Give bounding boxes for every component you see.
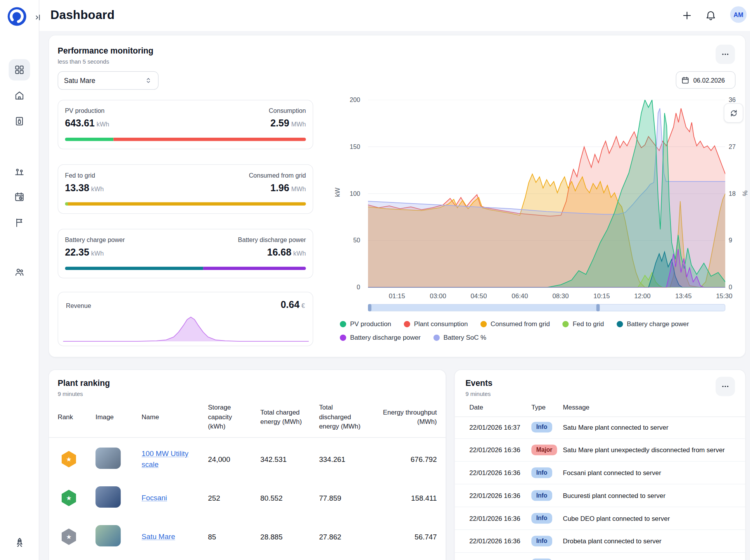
revenue-label: Revenue — [66, 302, 91, 309]
legend-label: Battery charge power — [627, 320, 689, 328]
notifications-button[interactable] — [703, 8, 718, 23]
event-message: Focsani plant connected to server — [563, 469, 736, 477]
app-logo[interactable] — [6, 5, 28, 28]
report-flag-icon — [14, 217, 25, 228]
performance-menu-button[interactable] — [715, 45, 735, 64]
sidebar-item-schedule[interactable] — [9, 186, 30, 207]
events-refresh-hint: 9 minutes — [465, 391, 493, 398]
scrollbar-selection[interactable] — [368, 304, 598, 311]
events-card: Events 9 minutes Date Type Message 22/01… — [454, 370, 745, 560]
plant-name-link[interactable]: 100 MW Utility scale — [142, 449, 199, 470]
add-button[interactable] — [680, 9, 694, 22]
legend-item[interactable]: Battery discharge power — [340, 334, 420, 341]
plant-ranking-refresh-hint: 9 minutes — [58, 391, 110, 398]
event-row: 22/01/2026 16:36 Info Cube DEO plant con… — [455, 507, 745, 530]
bar-segment — [65, 138, 114, 141]
bar-segment — [68, 202, 306, 206]
plant-ranking-header-row: Rank Image Name Storage capacity (kWh) T… — [49, 400, 446, 437]
plant-ranking-row: ★ Drobeta 202 26.477 24.535 51.012 — [49, 556, 446, 560]
plant-name-link[interactable]: Focsani — [142, 493, 167, 503]
event-type-badge: Info — [531, 422, 552, 433]
analytics-icon — [14, 166, 25, 177]
scrollbar-handle-left[interactable] — [368, 304, 372, 311]
rocket-icon — [14, 536, 25, 548]
sidebar-collapse-button[interactable] — [31, 11, 45, 24]
plant-ranking-row: ★ Focsani 252 80.552 77.859 158.411 — [49, 479, 446, 517]
bell-icon — [705, 10, 717, 21]
sidebar-item-home[interactable] — [9, 85, 30, 106]
users-icon — [14, 267, 25, 278]
stat-right-value: 16.68kWh — [267, 247, 306, 258]
y-axis-tick-left: 100 — [350, 190, 360, 197]
stat-right-label: Battery discharge power — [238, 236, 306, 244]
events-menu-button[interactable] — [715, 377, 735, 396]
top-header: Dashboard AM — [39, 0, 750, 31]
legend-dot-icon — [433, 335, 439, 341]
x-axis-tick: 03:00 — [430, 292, 446, 300]
sidebar-item-analytics[interactable] — [9, 161, 30, 182]
star-icon: ★ — [66, 495, 72, 501]
calendar-icon — [681, 76, 690, 84]
legend-item[interactable]: Fed to grid — [562, 320, 604, 328]
sidebar-item-users[interactable] — [9, 261, 30, 283]
x-axis-tick: 06:40 — [512, 292, 528, 300]
event-type-badge: Info — [531, 558, 552, 560]
refresh-icon — [729, 108, 738, 118]
total-discharged-value: 334.261 — [319, 455, 368, 463]
rank-badge-icon: ★ — [62, 490, 76, 506]
legend-label: Fed to grid — [573, 320, 604, 328]
stat-progress-bar — [65, 138, 306, 141]
stat-left-value: 643.61kWh — [65, 118, 109, 129]
y-axis-tick-left: 0 — [357, 283, 360, 291]
avatar[interactable]: AM — [730, 6, 747, 23]
y-axis-tick-right: 9 — [729, 237, 732, 244]
stat-left-value: 22.35kWh — [65, 247, 104, 258]
sidebar-item-reports[interactable] — [9, 212, 30, 233]
plant-ranking-card: Plant ranking 9 minutes Rank Image Name … — [48, 370, 446, 560]
x-axis-tick: 01:15 — [389, 292, 405, 300]
date-picker-button[interactable]: 06.02.2026 — [676, 71, 736, 89]
total-charged-value: 342.531 — [260, 455, 319, 463]
legend-dot-icon — [340, 335, 346, 341]
legend-item[interactable]: Battery charge power — [617, 320, 689, 328]
event-date: 22/01/2026 16:36 — [469, 446, 531, 454]
column-header-message: Message — [563, 404, 736, 411]
event-type-badge: Info — [531, 490, 552, 501]
home-icon — [14, 90, 25, 101]
plant-name-link[interactable]: Satu Mare — [142, 531, 175, 542]
chart-refresh-button[interactable] — [724, 103, 743, 123]
viewport: Dashboard AM Performance monitoring less… — [0, 0, 750, 560]
column-header-date: Date — [469, 404, 531, 411]
x-axis: 01:1503:0004:5006:4008:3010:1512:0013:45… — [368, 292, 725, 301]
x-axis-tick: 04:50 — [470, 292, 487, 300]
storage-capacity-value: 24,000 — [208, 455, 260, 463]
column-header-image: Image — [95, 412, 142, 422]
y-axis-tick-left: 50 — [353, 237, 360, 244]
event-message: Cube DEO plant connected to server — [563, 515, 736, 522]
revenue-sparkline — [63, 314, 309, 344]
stat-right-label: Consumption — [269, 107, 306, 114]
plant-ranking-row: ★ 100 MW Utility scale 24,000 342.531 33… — [49, 440, 446, 479]
energy-throughput-value: 56.747 — [368, 532, 437, 541]
column-header-name: Name — [142, 412, 208, 422]
chart-range-scrollbar[interactable] — [368, 304, 725, 311]
legend-item[interactable]: Plant consumption — [404, 320, 468, 328]
legend-label: PV production — [350, 320, 391, 328]
event-date: 22/01/2026 16:36 — [469, 515, 531, 522]
plant-photo — [95, 448, 121, 469]
energy-throughput-value: 676.792 — [368, 455, 437, 463]
sidebar-item-launch[interactable] — [9, 531, 30, 553]
event-row: 22/01/2026 16:36 Info Bucuresti plant co… — [455, 484, 745, 507]
plant-selector[interactable]: Satu Mare — [58, 71, 159, 90]
legend-item[interactable]: Battery SoC % — [433, 334, 486, 341]
legend-item[interactable]: PV production — [340, 320, 391, 328]
scrollbar-handle-right[interactable] — [596, 304, 600, 311]
sidebar-item-plants[interactable] — [9, 111, 30, 132]
plant-ranking-title: Plant ranking — [58, 379, 110, 388]
events-header-row: Date Type Message — [455, 404, 745, 417]
sidebar-item-dashboard[interactable] — [9, 59, 30, 81]
event-row: 22/01/2026 16:36 Info Focsani plant conn… — [455, 461, 745, 484]
legend-dot-icon — [562, 321, 569, 327]
legend-item[interactable]: Consumed from grid — [480, 320, 550, 328]
x-axis-tick: 10:15 — [593, 292, 610, 300]
